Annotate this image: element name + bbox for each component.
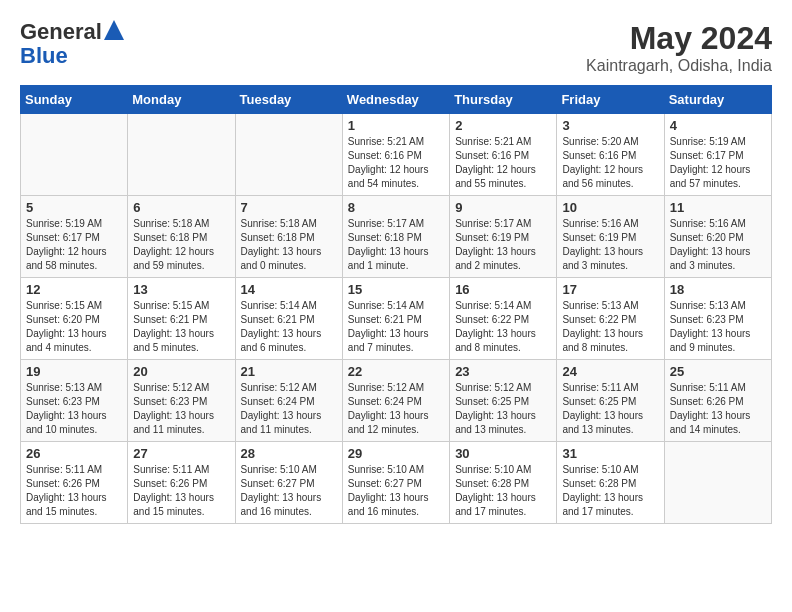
day-number: 26	[26, 446, 122, 461]
calendar-cell-3-4: 23Sunrise: 5:12 AM Sunset: 6:25 PM Dayli…	[450, 360, 557, 442]
calendar-cell-3-0: 19Sunrise: 5:13 AM Sunset: 6:23 PM Dayli…	[21, 360, 128, 442]
calendar-cell-2-0: 12Sunrise: 5:15 AM Sunset: 6:20 PM Dayli…	[21, 278, 128, 360]
calendar-cell-2-2: 14Sunrise: 5:14 AM Sunset: 6:21 PM Dayli…	[235, 278, 342, 360]
col-sunday: Sunday	[21, 86, 128, 114]
calendar-cell-2-5: 17Sunrise: 5:13 AM Sunset: 6:22 PM Dayli…	[557, 278, 664, 360]
week-row-3: 12Sunrise: 5:15 AM Sunset: 6:20 PM Dayli…	[21, 278, 772, 360]
calendar-cell-1-3: 8Sunrise: 5:17 AM Sunset: 6:18 PM Daylig…	[342, 196, 449, 278]
day-number: 28	[241, 446, 337, 461]
logo-blue: Blue	[20, 44, 68, 68]
calendar-cell-1-5: 10Sunrise: 5:16 AM Sunset: 6:19 PM Dayli…	[557, 196, 664, 278]
col-tuesday: Tuesday	[235, 86, 342, 114]
col-friday: Friday	[557, 86, 664, 114]
calendar-cell-0-1	[128, 114, 235, 196]
calendar-cell-4-3: 29Sunrise: 5:10 AM Sunset: 6:27 PM Dayli…	[342, 442, 449, 524]
cell-info: Sunrise: 5:16 AM Sunset: 6:20 PM Dayligh…	[670, 217, 766, 273]
col-saturday: Saturday	[664, 86, 771, 114]
day-number: 21	[241, 364, 337, 379]
calendar-cell-0-0	[21, 114, 128, 196]
week-row-4: 19Sunrise: 5:13 AM Sunset: 6:23 PM Dayli…	[21, 360, 772, 442]
cell-info: Sunrise: 5:16 AM Sunset: 6:19 PM Dayligh…	[562, 217, 658, 273]
cell-info: Sunrise: 5:20 AM Sunset: 6:16 PM Dayligh…	[562, 135, 658, 191]
day-number: 6	[133, 200, 229, 215]
cell-info: Sunrise: 5:12 AM Sunset: 6:24 PM Dayligh…	[348, 381, 444, 437]
day-number: 11	[670, 200, 766, 215]
calendar-cell-3-3: 22Sunrise: 5:12 AM Sunset: 6:24 PM Dayli…	[342, 360, 449, 442]
logo: General Blue	[20, 20, 124, 68]
calendar-cell-2-6: 18Sunrise: 5:13 AM Sunset: 6:23 PM Dayli…	[664, 278, 771, 360]
calendar-cell-0-2	[235, 114, 342, 196]
day-number: 2	[455, 118, 551, 133]
day-number: 17	[562, 282, 658, 297]
cell-info: Sunrise: 5:10 AM Sunset: 6:28 PM Dayligh…	[562, 463, 658, 519]
day-number: 29	[348, 446, 444, 461]
calendar-cell-1-4: 9Sunrise: 5:17 AM Sunset: 6:19 PM Daylig…	[450, 196, 557, 278]
day-number: 10	[562, 200, 658, 215]
cell-info: Sunrise: 5:18 AM Sunset: 6:18 PM Dayligh…	[241, 217, 337, 273]
day-number: 16	[455, 282, 551, 297]
calendar-title: May 2024	[586, 20, 772, 57]
week-row-1: 1Sunrise: 5:21 AM Sunset: 6:16 PM Daylig…	[21, 114, 772, 196]
calendar-cell-0-5: 3Sunrise: 5:20 AM Sunset: 6:16 PM Daylig…	[557, 114, 664, 196]
header: General Blue May 2024 Kaintragarh, Odish…	[20, 20, 772, 75]
col-wednesday: Wednesday	[342, 86, 449, 114]
cell-info: Sunrise: 5:13 AM Sunset: 6:22 PM Dayligh…	[562, 299, 658, 355]
week-row-2: 5Sunrise: 5:19 AM Sunset: 6:17 PM Daylig…	[21, 196, 772, 278]
calendar-cell-3-5: 24Sunrise: 5:11 AM Sunset: 6:25 PM Dayli…	[557, 360, 664, 442]
calendar-cell-0-3: 1Sunrise: 5:21 AM Sunset: 6:16 PM Daylig…	[342, 114, 449, 196]
cell-info: Sunrise: 5:10 AM Sunset: 6:27 PM Dayligh…	[241, 463, 337, 519]
day-number: 3	[562, 118, 658, 133]
day-number: 13	[133, 282, 229, 297]
col-thursday: Thursday	[450, 86, 557, 114]
calendar-cell-1-0: 5Sunrise: 5:19 AM Sunset: 6:17 PM Daylig…	[21, 196, 128, 278]
calendar-cell-1-2: 7Sunrise: 5:18 AM Sunset: 6:18 PM Daylig…	[235, 196, 342, 278]
title-block: May 2024 Kaintragarh, Odisha, India	[586, 20, 772, 75]
calendar-header-row: Sunday Monday Tuesday Wednesday Thursday…	[21, 86, 772, 114]
calendar-cell-3-2: 21Sunrise: 5:12 AM Sunset: 6:24 PM Dayli…	[235, 360, 342, 442]
calendar-cell-2-1: 13Sunrise: 5:15 AM Sunset: 6:21 PM Dayli…	[128, 278, 235, 360]
col-monday: Monday	[128, 86, 235, 114]
day-number: 30	[455, 446, 551, 461]
day-number: 27	[133, 446, 229, 461]
cell-info: Sunrise: 5:19 AM Sunset: 6:17 PM Dayligh…	[670, 135, 766, 191]
week-row-5: 26Sunrise: 5:11 AM Sunset: 6:26 PM Dayli…	[21, 442, 772, 524]
day-number: 9	[455, 200, 551, 215]
cell-info: Sunrise: 5:12 AM Sunset: 6:25 PM Dayligh…	[455, 381, 551, 437]
day-number: 25	[670, 364, 766, 379]
calendar-subtitle: Kaintragarh, Odisha, India	[586, 57, 772, 75]
cell-info: Sunrise: 5:12 AM Sunset: 6:23 PM Dayligh…	[133, 381, 229, 437]
calendar-cell-3-1: 20Sunrise: 5:12 AM Sunset: 6:23 PM Dayli…	[128, 360, 235, 442]
day-number: 14	[241, 282, 337, 297]
calendar-cell-2-4: 16Sunrise: 5:14 AM Sunset: 6:22 PM Dayli…	[450, 278, 557, 360]
day-number: 5	[26, 200, 122, 215]
day-number: 12	[26, 282, 122, 297]
day-number: 7	[241, 200, 337, 215]
cell-info: Sunrise: 5:14 AM Sunset: 6:21 PM Dayligh…	[348, 299, 444, 355]
cell-info: Sunrise: 5:19 AM Sunset: 6:17 PM Dayligh…	[26, 217, 122, 273]
cell-info: Sunrise: 5:11 AM Sunset: 6:26 PM Dayligh…	[26, 463, 122, 519]
calendar-cell-4-2: 28Sunrise: 5:10 AM Sunset: 6:27 PM Dayli…	[235, 442, 342, 524]
cell-info: Sunrise: 5:21 AM Sunset: 6:16 PM Dayligh…	[348, 135, 444, 191]
cell-info: Sunrise: 5:17 AM Sunset: 6:18 PM Dayligh…	[348, 217, 444, 273]
calendar-cell-4-6	[664, 442, 771, 524]
calendar-cell-3-6: 25Sunrise: 5:11 AM Sunset: 6:26 PM Dayli…	[664, 360, 771, 442]
day-number: 18	[670, 282, 766, 297]
calendar-cell-0-6: 4Sunrise: 5:19 AM Sunset: 6:17 PM Daylig…	[664, 114, 771, 196]
cell-info: Sunrise: 5:11 AM Sunset: 6:25 PM Dayligh…	[562, 381, 658, 437]
cell-info: Sunrise: 5:21 AM Sunset: 6:16 PM Dayligh…	[455, 135, 551, 191]
svg-marker-0	[104, 20, 124, 40]
cell-info: Sunrise: 5:10 AM Sunset: 6:28 PM Dayligh…	[455, 463, 551, 519]
calendar-cell-1-6: 11Sunrise: 5:16 AM Sunset: 6:20 PM Dayli…	[664, 196, 771, 278]
day-number: 15	[348, 282, 444, 297]
cell-info: Sunrise: 5:15 AM Sunset: 6:20 PM Dayligh…	[26, 299, 122, 355]
day-number: 31	[562, 446, 658, 461]
day-number: 4	[670, 118, 766, 133]
calendar-cell-2-3: 15Sunrise: 5:14 AM Sunset: 6:21 PM Dayli…	[342, 278, 449, 360]
cell-info: Sunrise: 5:15 AM Sunset: 6:21 PM Dayligh…	[133, 299, 229, 355]
day-number: 8	[348, 200, 444, 215]
day-number: 22	[348, 364, 444, 379]
cell-info: Sunrise: 5:14 AM Sunset: 6:21 PM Dayligh…	[241, 299, 337, 355]
cell-info: Sunrise: 5:11 AM Sunset: 6:26 PM Dayligh…	[670, 381, 766, 437]
day-number: 20	[133, 364, 229, 379]
cell-info: Sunrise: 5:17 AM Sunset: 6:19 PM Dayligh…	[455, 217, 551, 273]
